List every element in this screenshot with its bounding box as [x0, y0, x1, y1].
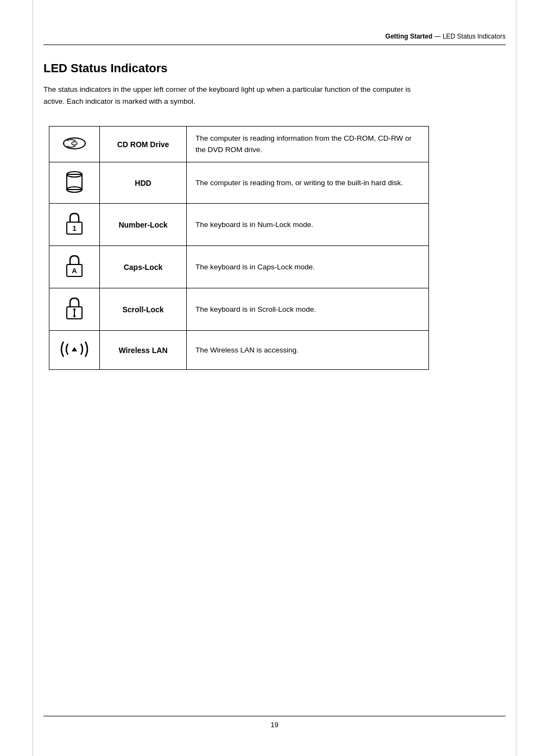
- page-number: 19: [43, 721, 506, 729]
- page-description: The status indicators in the upper left …: [43, 84, 413, 107]
- hdd-icon-cell: [49, 162, 100, 204]
- svg-marker-13: [72, 347, 77, 351]
- content-area: Getting Started — LED Status Indicators …: [43, 0, 506, 370]
- table-row: CD ROM Drive The computer is reading inf…: [49, 127, 429, 162]
- wireless-lan-label: Wireless LAN: [100, 331, 187, 370]
- svg-point-0: [64, 138, 85, 149]
- number-lock-icon-cell: 1: [49, 204, 100, 246]
- svg-point-1: [72, 142, 77, 145]
- wireless-lan-desc: The Wireless LAN is accessing.: [187, 331, 429, 370]
- caps-lock-icon-cell: A: [49, 246, 100, 288]
- indicators-table: CD ROM Drive The computer is reading inf…: [49, 126, 429, 370]
- scroll-lock-icon-cell: [49, 288, 100, 331]
- breadcrumb-sep: —: [432, 33, 443, 40]
- svg-text:A: A: [72, 267, 77, 275]
- scroll-lock-desc: The keyboard is in Scroll-Lock mode.: [187, 288, 429, 331]
- hdd-icon: [64, 169, 85, 195]
- svg-marker-11: [73, 308, 76, 310]
- table-row: Wireless LAN The Wireless LAN is accessi…: [49, 331, 429, 370]
- table-row: A Caps-Lock The keyboard is in Caps-Lock…: [49, 246, 429, 288]
- page-title: LED Status Indicators: [43, 61, 506, 75]
- hdd-label: HDD: [100, 162, 187, 204]
- page-container: Getting Started — LED Status Indicators …: [0, 0, 549, 756]
- number-lock-icon: 1: [64, 210, 85, 237]
- caps-lock-label: Caps-Lock: [100, 246, 187, 288]
- cd-rom-icon: [61, 133, 87, 154]
- breadcrumb-rest: LED Status Indicators: [443, 33, 506, 40]
- table-row: HDD The computer is reading from, or wri…: [49, 162, 429, 204]
- cd-rom-desc: The computer is reading information from…: [187, 127, 429, 162]
- wireless-lan-icon: [58, 337, 91, 361]
- cd-rom-label: CD ROM Drive: [100, 127, 187, 162]
- margin-line-right: [516, 0, 516, 756]
- number-lock-desc: The keyboard is in Num-Lock mode.: [187, 204, 429, 246]
- footer-hr: [43, 716, 506, 716]
- margin-line-left: [33, 0, 33, 756]
- wireless-lan-icon-cell: [49, 331, 100, 370]
- caps-lock-desc: The keyboard is in Caps-Lock mode.: [187, 246, 429, 288]
- footer: 19: [43, 716, 506, 729]
- breadcrumb-bold: Getting Started: [386, 33, 433, 40]
- table-row: 1 Number-Lock The keyboard is in Num-Loc…: [49, 204, 429, 246]
- table-row: Scroll-Lock The keyboard is in Scroll-Lo…: [49, 288, 429, 331]
- svg-marker-12: [73, 316, 76, 318]
- caps-lock-icon: A: [64, 253, 85, 280]
- cd-rom-icon-cell: [49, 127, 100, 162]
- scroll-lock-icon: [64, 295, 85, 322]
- breadcrumb: Getting Started — LED Status Indicators: [386, 33, 506, 40]
- scroll-lock-label: Scroll-Lock: [100, 288, 187, 331]
- header-bar: Getting Started — LED Status Indicators: [43, 33, 506, 45]
- number-lock-label: Number-Lock: [100, 204, 187, 246]
- hdd-desc: The computer is reading from, or writing…: [187, 162, 429, 204]
- svg-text:1: 1: [72, 224, 76, 232]
